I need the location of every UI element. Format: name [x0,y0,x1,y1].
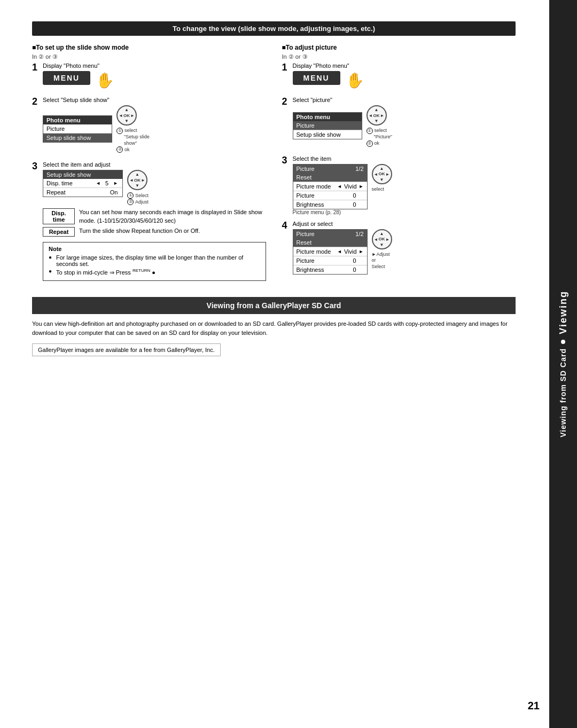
right-pbox-picture-label3: Picture [297,192,351,199]
right-menu-hand-row: MENU ✋ [293,71,516,89]
right-pbox-pictmode-arrr3: ► [359,184,364,189]
left-step3-ctrl-up: ▲ [135,172,139,177]
right-step3-annot-select-text: select [372,186,385,193]
left-step3-ctrl-area: ▲ ▼ ◄ ► OK ① Select [127,170,149,205]
left-step3-num: 3 [32,161,41,171]
left-step1-num: 1 [32,62,41,72]
right-pbox-brightness-label4: Brightness [297,267,351,273]
left-desc-repeat: Repeat Turn the slide show Repeat functi… [43,227,266,237]
left-menu-box-wrapper: Photo menu Picture Setup slide show ▲ ▼ … [43,105,266,153]
right-step3-ctrl-right: ► [386,171,390,176]
left-setup-box: Setup slide show Disp. time ◄ 5 ► Repeat… [43,170,123,197]
left-note-bullet1: ● [49,254,54,260]
sidebar: Viewing Viewing from SD Card [549,0,577,728]
left-hand-icon: ✋ [96,72,114,89]
right-pbox-pictmode4: Picture mode ◄ Vivid ► [293,247,367,256]
right-pbox-pictmode-val4: Vivid [344,248,357,255]
right-pbox-reset3: Reset [293,173,367,182]
left-desc-table: Disp. time You can set how many seconds … [43,208,266,237]
right-photo-menu-title: Photo menu [293,113,362,121]
left-step3-annot-select-text: Select [135,193,149,199]
left-annot-show: show" [116,140,150,147]
left-step3-content: Select the item and adjust Setup slide s… [43,161,266,280]
left-note-text2: To stop in mid-cycle ⇒ Press RETURN ● [56,268,155,276]
right-step4-annot-adjust: ►Adjust [372,252,390,258]
right-picture-fraction3: 1/2 [355,166,363,172]
left-step3-annot-select: ① Select [127,192,149,199]
left-step2-annot: ① select "Setup slide show" ② ok [116,128,150,153]
right-sub-header-text: ■To adjust picture [282,44,337,51]
left-repeat-label: Repeat [46,189,108,195]
right-step4-ctrl-down: ▼ [380,242,384,247]
right-step4-controller-circle: ▲ ▼ ◄ ► OK [372,229,392,249]
right-step2-annot-select: ① select [367,128,392,134]
right-pbox-picture4: Picture 0 [293,256,367,265]
left-step3-ctrl-ok: OK [134,178,141,183]
left-disp-val: 5 [102,180,112,186]
left-annot-select-text: select [124,128,137,134]
left-column: ■To set up the slide show mode In ② or ③… [32,44,266,286]
right-picture-title-text4: Picture [297,231,315,237]
right-step3-ctrl-up: ▲ [380,166,384,171]
right-pbox-brightness-val4: 0 [353,267,364,273]
left-menu-button: MENU [43,71,90,85]
right-menu-box-wrapper: Photo menu Picture Setup slide show ▲ ▼ … [293,105,516,147]
right-picture-box-title3: Picture 1/2 [293,165,367,173]
right-pbox-brightness3: Brightness 0 [293,200,367,209]
right-menu-item-setup: Setup slide show [293,130,362,139]
right-annot-num2: ② [367,140,373,147]
right-step4: 4 Adjust or select Picture 1/2 Reset Pic… [282,221,516,275]
left-step3-controller-circle: ▲ ▼ ◄ ► OK [127,170,147,190]
right-step1-label: Display "Photo menu" [293,62,516,69]
left-step3-controller: ▲ ▼ ◄ ► OK [127,170,147,190]
left-photo-menu-box: Photo menu Picture Setup slide show [43,115,112,143]
right-step4-annot-adjust-text: ►Adjust [372,252,390,258]
left-disp-arrow-r: ► [113,181,118,186]
left-desc-disp-key: Disp. time [43,208,75,224]
right-step4-ctrl-area: ▲ ▼ ◄ ► OK ►Adjust [372,229,392,270]
left-note-title: Note [49,246,260,252]
right-step4-num: 4 [282,221,291,230]
gallery-section-header: Viewing from a GalleryPlayer SD Card [32,297,516,314]
right-step2: 2 Select "picture" Photo menu Picture Se… [282,97,516,150]
right-pbox-brightness-label3: Brightness [297,201,351,208]
right-step3-annot: select [372,186,385,193]
right-pbox-pictmode3: Picture mode ◄ Vivid ► [293,182,367,191]
left-step3-annot-num2: ② [127,199,134,205]
left-sub-header-text: ■To set up the slide show mode [32,44,129,51]
right-picture-box-step4: Picture 1/2 Reset Picture mode ◄ Vivid ► [293,229,368,275]
left-ctrl-left: ◄ [119,113,123,118]
left-step3-annot-num1: ① [127,192,134,199]
left-step2-annot-ok: ② ok [116,146,150,153]
right-step3-num: 3 [282,155,291,165]
right-pbox-pictmode-label4: Picture mode [297,248,336,255]
right-step2-num: 2 [282,97,291,106]
left-note-box: Note ● For large image sizes, the displa… [43,242,266,281]
left-step2-label: Select "Setup slide show" [43,97,266,103]
right-menu-item-picture: Picture [293,121,362,130]
left-note-text1: For large image sizes, the display time … [56,254,260,267]
left-step2-controller-circle: ▲ ▼ ◄ ► OK [116,105,137,126]
right-picture-box-title4: Picture 1/2 [293,230,367,238]
left-annot-select2: "Setup slide [116,134,150,140]
right-step4-wrapper: Picture 1/2 Reset Picture mode ◄ Vivid ► [293,229,516,275]
left-step3-annot-adjust: ② Adjust [127,199,149,205]
right-step4-ctrl-ok: OK [379,237,385,241]
left-in-text: In ② or ③ [32,53,266,60]
left-step3-label: Select the item and adjust [43,161,266,168]
right-step2-annot: ① select "Picture" ② ok [367,128,392,147]
right-annot-picture: "Picture" [367,134,392,140]
left-step2-annot-select: ① select [116,128,150,134]
right-step3-controller: ▲ ▼ ◄ ► OK [372,164,392,184]
left-step1-content: Display "Photo menu" MENU ✋ [43,62,266,91]
main-section-header: To change the view (slide show mode, adj… [32,21,516,36]
left-menu-item-setup: Setup slide show [43,134,112,142]
right-step2-controller: ▲ ▼ ◄ ► OK [367,105,387,126]
right-in-text: In ② or ③ [282,53,516,60]
right-step2-ctrl-down: ▼ [375,119,379,123]
right-step3-ctrl-down: ▼ [380,177,384,182]
left-menu-item-picture: Picture [43,124,112,134]
left-step2-num: 2 [32,97,41,106]
right-pbox-reset4: Reset [293,238,367,247]
right-pbox-picture3: Picture 0 [293,191,367,200]
